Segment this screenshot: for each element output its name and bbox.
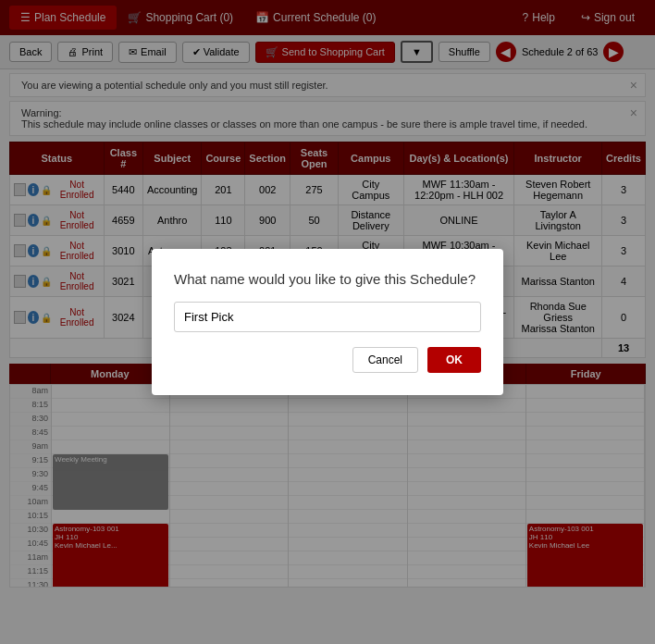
modal-overlay: What name would you like to give this Sc… [0, 0, 655, 644]
modal-buttons: Cancel OK [174, 347, 481, 373]
schedule-name-input[interactable] [174, 302, 481, 332]
modal-title: What name would you like to give this Sc… [174, 271, 481, 287]
ok-button[interactable]: OK [427, 347, 481, 373]
cancel-button[interactable]: Cancel [352, 347, 418, 373]
modal-dialog: What name would you like to give this Sc… [152, 249, 503, 395]
